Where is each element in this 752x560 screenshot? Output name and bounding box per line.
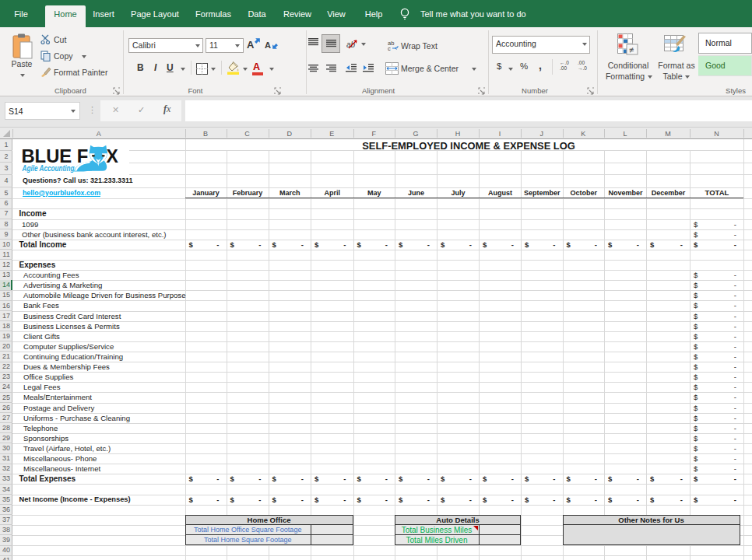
svg-text:X: X [107, 145, 119, 166]
svg-text:≠: ≠ [629, 45, 634, 54]
svg-text:ab: ab [346, 40, 356, 49]
svg-text:Agile Accounting: Agile Accounting [22, 163, 75, 173]
svg-text:c: c [388, 45, 391, 51]
